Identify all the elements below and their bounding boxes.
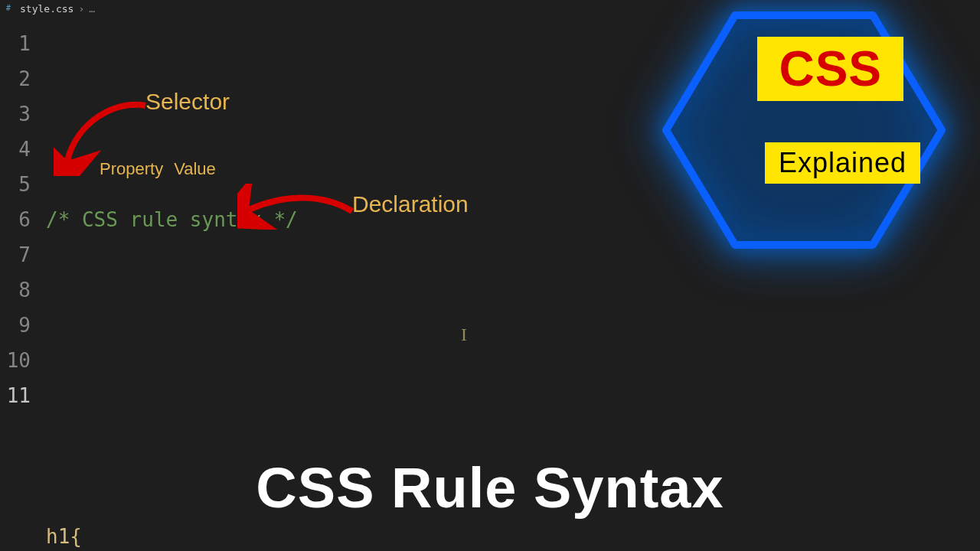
brace-open: { <box>70 519 82 551</box>
chevron-right-icon: › <box>78 3 84 15</box>
line-number: 1 <box>18 26 31 61</box>
breadcrumb-trail: … <box>89 3 95 15</box>
css-file-icon: # <box>6 4 15 13</box>
annotation-declaration-label: Declaration <box>352 191 469 217</box>
code-line <box>46 413 980 448</box>
arrow-selector-icon <box>54 92 161 176</box>
line-number: 5 <box>18 167 31 202</box>
page-title: CSS Rule Syntax <box>0 455 980 520</box>
code-line: h1{ <box>46 519 980 551</box>
line-number: 4 <box>18 132 31 167</box>
svg-text:#: # <box>6 4 11 12</box>
badge-css-subtitle: Explained <box>765 142 920 184</box>
line-number: 8 <box>18 272 31 308</box>
line-number: 2 <box>18 61 31 96</box>
line-number: 11 <box>7 378 31 413</box>
line-number-gutter: 1 2 3 4 5 6 7 8 9 10 11 <box>0 26 38 413</box>
breadcrumb-file[interactable]: style.css <box>20 3 74 15</box>
css-selector: h1 <box>46 519 70 551</box>
badge-css-title: CSS <box>757 37 903 101</box>
arrow-declaration-icon <box>237 184 368 230</box>
annotation-value-label: Value <box>174 159 216 179</box>
ibeam-cursor-icon: I <box>461 324 467 345</box>
line-number: 10 <box>7 343 31 378</box>
line-number: 9 <box>18 308 31 343</box>
line-number: 3 <box>18 96 31 132</box>
line-number: 7 <box>18 237 31 272</box>
code-line <box>46 308 980 343</box>
line-number: 6 <box>18 202 31 237</box>
